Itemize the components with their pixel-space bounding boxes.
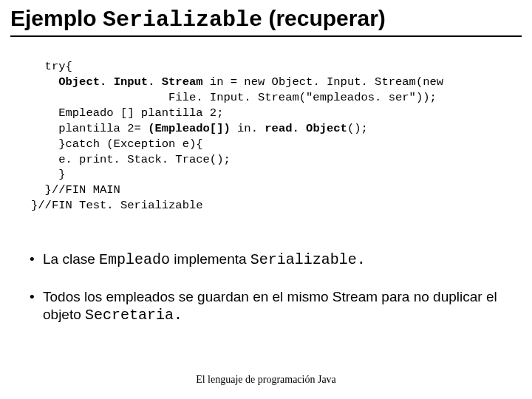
- code-block: try{ Object. Input. Stream in = new Obje…: [31, 59, 522, 214]
- code-line-6: }catch (Exception e){: [31, 137, 203, 151]
- code-line-1: try{: [31, 60, 72, 73]
- bullet-1-mono-d: Serializable.: [250, 251, 366, 268]
- bullet-2: Todos los empleados se guardan en el mis…: [30, 288, 522, 324]
- bullet-1-text-c: implementa: [170, 251, 250, 267]
- bullet-1: La clase Empleado implementa Serializabl…: [30, 250, 522, 269]
- bullet-1-text-a: La clase: [43, 251, 99, 267]
- code-line-5d: read. Object: [265, 122, 347, 135]
- code-line-5b: (Empleado[]): [148, 122, 231, 135]
- code-line-5e: ();: [347, 122, 368, 135]
- code-line-10: }//FIN Test. Serializable: [31, 199, 203, 212]
- code-line-2c: in = new Object. Input. Stream(new: [203, 75, 444, 89]
- code-line-8: }: [31, 168, 66, 181]
- code-line-5c: in.: [231, 122, 265, 135]
- code-line-3: File. Input. Stream("empleados. ser"));: [31, 91, 437, 104]
- slide-title: Ejemplo Serializable (recuperar): [10, 6, 522, 33]
- title-post: (recuperar): [262, 6, 386, 30]
- code-line-2a: [31, 75, 58, 89]
- code-line-2b: Object. Input. Stream: [58, 75, 202, 89]
- slide-footer: El lenguaje de programación Java: [0, 374, 532, 386]
- bullet-2-mono-b: Secretaria.: [85, 307, 183, 324]
- code-line-9: }//FIN MAIN: [31, 183, 120, 197]
- title-mono: Serializable: [103, 7, 262, 33]
- code-line-4: Empleado [] plantilla 2;: [31, 106, 223, 120]
- slide: Ejemplo Serializable (recuperar) try{ Ob…: [0, 0, 532, 399]
- code-line-5a: plantilla 2=: [31, 122, 148, 135]
- bullet-1-mono-b: Empleado: [99, 251, 170, 268]
- title-pre: Ejemplo: [10, 6, 103, 30]
- bullet-list: La clase Empleado implementa Serializabl…: [10, 250, 522, 324]
- title-underline: [10, 35, 522, 37]
- code-line-7: e. print. Stack. Trace();: [31, 153, 231, 166]
